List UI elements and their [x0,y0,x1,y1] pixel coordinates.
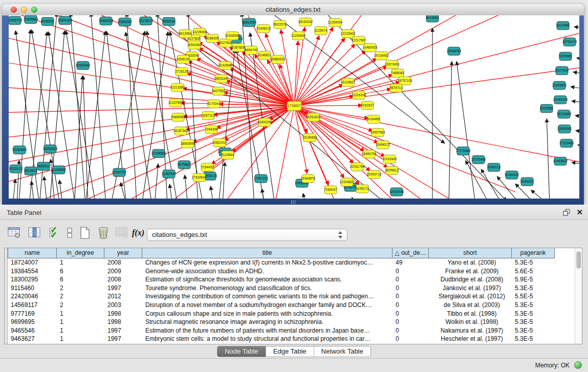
network-node[interactable]: 10460925 [363,43,378,52]
rows-icon[interactable] [62,226,77,240]
network-node[interactable]: 25260650 [12,146,27,154]
network-node[interactable]: 15883520 [271,55,286,63]
network-node[interactable]: 20645884 [24,15,38,24]
column-header-outde[interactable]: △ out_de… [393,248,429,258]
network-node[interactable]: 18952824 [43,145,58,153]
column-header-indegree[interactable]: in_degree [57,248,104,258]
column-header-short[interactable]: short [429,248,512,258]
network-node[interactable]: 9242848 [219,61,232,70]
network-node[interactable]: 3267110 [202,112,215,120]
network-node[interactable]: 17210485 [559,139,574,147]
network-node[interactable]: 10831419 [212,139,227,147]
citation-network-graph[interactable]: 2405572420645884904629220691406195653581… [9,15,579,199]
column-header-name[interactable]: name [8,248,57,258]
network-node[interactable]: 20053346 [76,61,91,70]
network-node[interactable]: 22406013 [256,25,271,33]
network-node[interactable]: 9154469 [367,115,380,123]
table-row[interactable]: 977716911998Corpus callosum shape and si… [8,310,575,318]
network-node[interactable]: 10973493 [385,60,400,69]
network-node[interactable]: 13216168 [352,91,366,99]
tab-node-table[interactable]: Node Table [217,346,266,357]
network-node[interactable]: 9124544 [222,151,234,159]
network-node[interactable]: 20306546 [225,32,240,40]
network-node[interactable]: 9227546 [557,21,570,30]
window-titlebar[interactable]: citations_edges.txt [2,4,584,16]
network-node[interactable]: 10953287 [118,18,133,26]
network-node[interactable]: 12213382 [170,83,185,92]
table-row[interactable]: 969969511998Structural magnetic resonanc… [8,318,575,326]
network-node[interactable]: 11015443 [382,155,397,163]
network-node[interactable]: 15751074 [562,38,577,46]
network-node[interactable]: 19654985 [171,113,186,121]
network-node[interactable]: 9329966 [559,52,572,60]
network-node[interactable]: 18130242 [298,18,313,26]
network-node[interactable]: 22041794 [350,163,365,171]
network-node[interactable]: 1724007 [287,101,301,111]
network-node[interactable]: 9227343 [556,67,569,75]
network-node[interactable]: 7264037 [324,186,337,194]
network-node[interactable]: 12254094 [328,18,343,27]
network-node[interactable]: 18643540 [181,140,195,148]
delete-column-icon[interactable] [96,226,111,240]
network-node[interactable]: 12942757 [112,168,127,177]
network-node[interactable]: 7254402 [201,163,214,171]
network-node[interactable]: 8215958 [540,104,553,113]
network-node[interactable]: 19734493 [374,52,389,60]
network-node[interactable]: 15493716 [367,170,382,179]
network-node[interactable]: 16187342 [173,127,188,135]
network-node[interactable]: 16648784 [447,47,462,55]
network-node[interactable]: 8099613 [386,166,399,174]
network-node[interactable]: 12204820 [340,178,355,186]
table-row[interactable]: 1938455462009Genome-wide association stu… [8,267,575,276]
window-resize-grip[interactable] [291,200,296,204]
network-node[interactable]: 16543362 [187,41,202,49]
close-panel-icon[interactable]: ✕ [576,208,583,217]
network-node[interactable]: 15276072 [139,17,154,25]
network-node[interactable]: 9975887 [178,161,191,169]
network-node[interactable]: 9245012 [521,178,534,186]
function-builder-icon[interactable]: f(x) [131,226,145,240]
network-node[interactable]: 9170043 [208,100,221,108]
network-node[interactable]: 3915923 [25,167,37,175]
network-node[interactable]: 18490754 [362,150,377,158]
network-node[interactable]: 8186328 [206,34,219,42]
network-node[interactable]: 8912954 [179,30,192,38]
network-node[interactable]: 9245173 [356,185,369,193]
tab-network-table[interactable]: Network Table [314,346,371,357]
network-node[interactable]: 8454749 [245,46,258,54]
network-node[interactable]: 7264338 [205,125,218,134]
network-node[interactable]: 12444154 [553,96,568,104]
network-node[interactable]: 7485083 [391,69,404,77]
table-row[interactable]: 2242004622012Investigating the contribut… [8,292,575,301]
scrollbar-thumb[interactable] [576,251,581,269]
column-header-pagerank[interactable]: pagerank [512,248,555,258]
network-node[interactable]: 16104627 [341,78,356,86]
network-node[interactable]: 11154408 [291,32,306,40]
table-selector-dropdown[interactable]: citations_edges.txt [147,229,347,241]
network-node[interactable]: 8413054 [426,15,439,22]
network-node[interactable]: 8427552 [212,87,225,95]
network-node[interactable]: 19565358 [99,17,114,25]
memory-status-indicator[interactable] [574,361,582,369]
table-row[interactable]: 946554611997Estimation of the future num… [8,326,575,335]
network-node[interactable]: 12923446 [389,188,404,196]
select-columns-icon[interactable] [47,226,61,240]
network-node[interactable]: 8466160 [163,17,176,26]
network-node[interactable]: 9875713 [390,84,403,92]
network-node[interactable]: 10240532 [505,171,519,179]
table-row[interactable]: 946362711997Embryonic stem cells: a mode… [8,335,575,343]
network-node[interactable]: 9396120 [177,55,190,63]
network-node[interactable]: 17957222 [254,174,269,183]
network-node[interactable]: 2367608 [232,43,245,52]
network-node[interactable]: 18300292 [257,118,272,126]
network-node[interactable]: 2718126 [176,68,188,76]
new-column-icon[interactable] [78,226,92,240]
network-node[interactable]: 8850512 [37,162,50,170]
network-node[interactable]: 9245013 [488,163,500,171]
network-node[interactable]: 12217967 [352,36,366,45]
column-header-title[interactable]: title [142,248,393,258]
network-node[interactable]: 20691406 [58,16,73,25]
table-row[interactable]: 1456911722003Disruption of a novel membe… [8,301,575,310]
table-row[interactable]: 1830029562008Estimation of significance … [8,275,575,284]
network-node[interactable]: 17276468 [456,147,471,155]
